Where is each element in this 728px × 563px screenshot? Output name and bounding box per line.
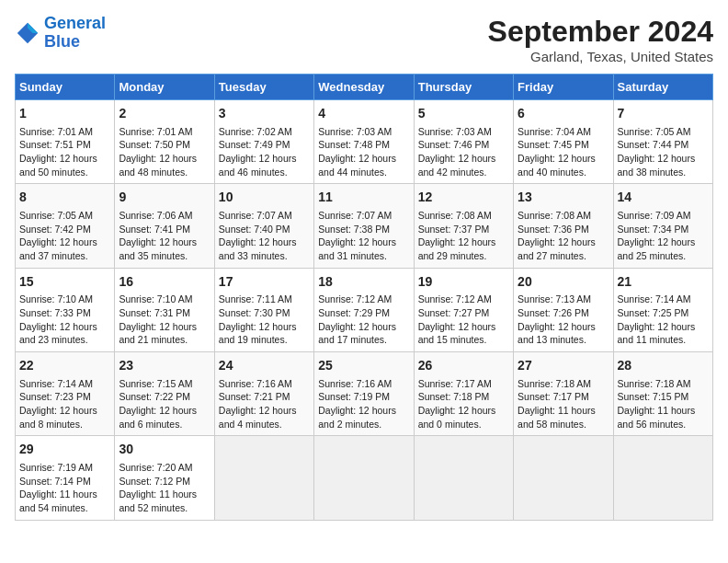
col-header-saturday: Saturday — [613, 75, 712, 100]
calendar-cell — [613, 436, 712, 520]
day-info: Sunrise: 7:07 AM Sunset: 7:40 PM Dayligh… — [219, 209, 310, 263]
logo-line2: Blue — [44, 32, 80, 51]
day-number: 2 — [119, 105, 210, 123]
day-info: Sunrise: 7:12 AM Sunset: 7:29 PM Dayligh… — [318, 293, 409, 347]
header: General Blue September 2024 Garland, Tex… — [15, 15, 713, 64]
calendar-cell: 20Sunrise: 7:13 AM Sunset: 7:26 PM Dayli… — [514, 268, 613, 351]
calendar-cell: 27Sunrise: 7:18 AM Sunset: 7:17 PM Dayli… — [514, 352, 613, 436]
day-info: Sunrise: 7:13 AM Sunset: 7:26 PM Dayligh… — [518, 293, 609, 347]
title-area: September 2024 Garland, Texas, United St… — [488, 15, 713, 64]
calendar-cell: 19Sunrise: 7:12 AM Sunset: 7:27 PM Dayli… — [414, 268, 513, 351]
calendar-week-row: 1Sunrise: 7:01 AM Sunset: 7:51 PM Daylig… — [16, 100, 713, 184]
calendar-cell: 9Sunrise: 7:06 AM Sunset: 7:41 PM Daylig… — [115, 184, 214, 268]
col-header-wednesday: Wednesday — [314, 75, 414, 100]
calendar-cell: 17Sunrise: 7:11 AM Sunset: 7:30 PM Dayli… — [214, 268, 313, 351]
col-header-friday: Friday — [514, 75, 613, 100]
day-info: Sunrise: 7:16 AM Sunset: 7:19 PM Dayligh… — [318, 377, 409, 431]
logo: General Blue — [15, 15, 106, 52]
day-info: Sunrise: 7:08 AM Sunset: 7:37 PM Dayligh… — [418, 209, 509, 263]
col-header-monday: Monday — [115, 75, 214, 100]
day-number: 6 — [518, 105, 609, 123]
day-info: Sunrise: 7:11 AM Sunset: 7:30 PM Dayligh… — [219, 293, 310, 347]
day-number: 10 — [219, 189, 310, 207]
day-number: 28 — [618, 357, 709, 375]
day-info: Sunrise: 7:14 AM Sunset: 7:25 PM Dayligh… — [618, 293, 709, 347]
day-number: 1 — [19, 105, 110, 123]
calendar-cell: 3Sunrise: 7:02 AM Sunset: 7:49 PM Daylig… — [214, 100, 313, 184]
day-number: 18 — [318, 273, 409, 292]
calendar-cell: 16Sunrise: 7:10 AM Sunset: 7:31 PM Dayli… — [115, 268, 214, 351]
calendar-cell: 15Sunrise: 7:10 AM Sunset: 7:33 PM Dayli… — [16, 268, 115, 351]
day-info: Sunrise: 7:17 AM Sunset: 7:18 PM Dayligh… — [418, 377, 509, 431]
calendar-cell: 8Sunrise: 7:05 AM Sunset: 7:42 PM Daylig… — [16, 184, 115, 268]
day-number: 22 — [19, 357, 110, 375]
day-number: 11 — [318, 189, 409, 207]
calendar-cell: 25Sunrise: 7:16 AM Sunset: 7:19 PM Dayli… — [314, 352, 414, 436]
day-number: 17 — [219, 273, 310, 292]
calendar-cell: 7Sunrise: 7:05 AM Sunset: 7:44 PM Daylig… — [613, 100, 712, 184]
day-number: 12 — [418, 189, 509, 207]
calendar-cell — [414, 436, 513, 520]
day-number: 9 — [119, 189, 210, 207]
day-number: 26 — [418, 357, 509, 375]
day-info: Sunrise: 7:06 AM Sunset: 7:41 PM Dayligh… — [119, 209, 210, 263]
day-info: Sunrise: 7:03 AM Sunset: 7:46 PM Dayligh… — [418, 125, 509, 179]
calendar-cell: 14Sunrise: 7:09 AM Sunset: 7:34 PM Dayli… — [613, 184, 712, 268]
day-number: 19 — [418, 273, 509, 292]
calendar-cell — [214, 436, 313, 520]
day-number: 24 — [219, 357, 310, 375]
calendar-cell: 1Sunrise: 7:01 AM Sunset: 7:51 PM Daylig… — [16, 100, 115, 184]
day-number: 13 — [518, 189, 609, 207]
day-number: 21 — [618, 273, 709, 292]
calendar-week-row: 22Sunrise: 7:14 AM Sunset: 7:23 PM Dayli… — [16, 352, 713, 436]
day-number: 4 — [318, 105, 409, 123]
calendar-cell: 28Sunrise: 7:18 AM Sunset: 7:15 PM Dayli… — [613, 352, 712, 436]
calendar-week-row: 8Sunrise: 7:05 AM Sunset: 7:42 PM Daylig… — [16, 184, 713, 268]
calendar-cell: 11Sunrise: 7:07 AM Sunset: 7:38 PM Dayli… — [314, 184, 414, 268]
day-info: Sunrise: 7:01 AM Sunset: 7:51 PM Dayligh… — [19, 125, 110, 179]
page-title: September 2024 — [488, 15, 713, 49]
day-number: 20 — [518, 273, 609, 292]
calendar-cell: 4Sunrise: 7:03 AM Sunset: 7:48 PM Daylig… — [314, 100, 414, 184]
calendar-cell: 30Sunrise: 7:20 AM Sunset: 7:12 PM Dayli… — [115, 436, 214, 520]
day-info: Sunrise: 7:09 AM Sunset: 7:34 PM Dayligh… — [618, 209, 709, 263]
calendar-table: SundayMondayTuesdayWednesdayThursdayFrid… — [15, 74, 713, 521]
calendar-cell: 13Sunrise: 7:08 AM Sunset: 7:36 PM Dayli… — [514, 184, 613, 268]
day-info: Sunrise: 7:18 AM Sunset: 7:15 PM Dayligh… — [618, 377, 709, 431]
day-info: Sunrise: 7:10 AM Sunset: 7:31 PM Dayligh… — [119, 293, 210, 347]
calendar-cell: 24Sunrise: 7:16 AM Sunset: 7:21 PM Dayli… — [214, 352, 313, 436]
calendar-week-row: 29Sunrise: 7:19 AM Sunset: 7:14 PM Dayli… — [16, 436, 713, 520]
day-info: Sunrise: 7:16 AM Sunset: 7:21 PM Dayligh… — [219, 377, 310, 431]
day-info: Sunrise: 7:18 AM Sunset: 7:17 PM Dayligh… — [518, 377, 609, 431]
calendar-cell: 2Sunrise: 7:01 AM Sunset: 7:50 PM Daylig… — [115, 100, 214, 184]
calendar-cell: 10Sunrise: 7:07 AM Sunset: 7:40 PM Dayli… — [214, 184, 313, 268]
calendar-cell: 5Sunrise: 7:03 AM Sunset: 7:46 PM Daylig… — [414, 100, 513, 184]
day-number: 15 — [19, 273, 110, 292]
calendar-cell: 18Sunrise: 7:12 AM Sunset: 7:29 PM Dayli… — [314, 268, 414, 351]
day-info: Sunrise: 7:04 AM Sunset: 7:45 PM Dayligh… — [518, 125, 609, 179]
day-number: 14 — [618, 189, 709, 207]
day-info: Sunrise: 7:14 AM Sunset: 7:23 PM Dayligh… — [19, 377, 110, 431]
calendar-cell: 21Sunrise: 7:14 AM Sunset: 7:25 PM Dayli… — [613, 268, 712, 351]
day-info: Sunrise: 7:15 AM Sunset: 7:22 PM Dayligh… — [119, 377, 210, 431]
calendar-cell: 12Sunrise: 7:08 AM Sunset: 7:37 PM Dayli… — [414, 184, 513, 268]
calendar-week-row: 15Sunrise: 7:10 AM Sunset: 7:33 PM Dayli… — [16, 268, 713, 351]
logo-line1: General — [44, 14, 106, 32]
col-header-tuesday: Tuesday — [214, 75, 313, 100]
calendar-cell: 6Sunrise: 7:04 AM Sunset: 7:45 PM Daylig… — [514, 100, 613, 184]
calendar-cell: 22Sunrise: 7:14 AM Sunset: 7:23 PM Dayli… — [16, 352, 115, 436]
day-number: 25 — [318, 357, 409, 375]
day-info: Sunrise: 7:10 AM Sunset: 7:33 PM Dayligh… — [19, 293, 110, 347]
day-number: 16 — [119, 273, 210, 292]
calendar-cell — [314, 436, 414, 520]
calendar-header-row: SundayMondayTuesdayWednesdayThursdayFrid… — [16, 75, 713, 100]
logo-text: General Blue — [44, 15, 106, 52]
day-info: Sunrise: 7:02 AM Sunset: 7:49 PM Dayligh… — [219, 125, 310, 179]
day-info: Sunrise: 7:03 AM Sunset: 7:48 PM Dayligh… — [318, 125, 409, 179]
calendar-cell: 23Sunrise: 7:15 AM Sunset: 7:22 PM Dayli… — [115, 352, 214, 436]
day-info: Sunrise: 7:05 AM Sunset: 7:44 PM Dayligh… — [618, 125, 709, 179]
day-info: Sunrise: 7:01 AM Sunset: 7:50 PM Dayligh… — [119, 125, 210, 179]
day-number: 29 — [19, 441, 110, 459]
day-info: Sunrise: 7:07 AM Sunset: 7:38 PM Dayligh… — [318, 209, 409, 263]
day-info: Sunrise: 7:12 AM Sunset: 7:27 PM Dayligh… — [418, 293, 509, 347]
